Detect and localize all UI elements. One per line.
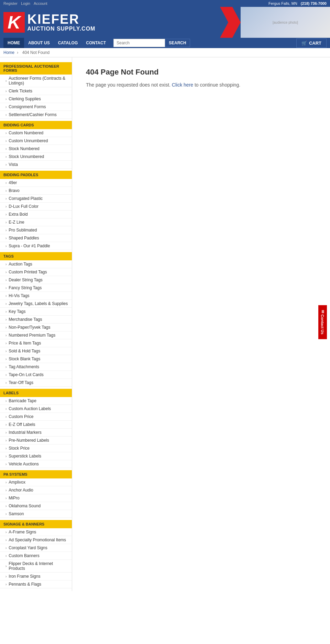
sidebar-item-3-13[interactable]: ›Tag Attachments: [0, 363, 72, 371]
chevron-icon: ›: [6, 583, 7, 586]
sidebar-item-6-1[interactable]: ›Ad Specialty Promotional Items: [0, 536, 72, 544]
sidebar-item-3-15[interactable]: ›Tear-Off Tags: [0, 379, 72, 387]
sidebar-item-label: 49er: [9, 180, 17, 185]
register-link[interactable]: Register: [3, 1, 18, 5]
sidebar-item-3-11[interactable]: ›Sold & Hold Tags: [0, 347, 72, 355]
sidebar-item-2-4[interactable]: ›Extra Bold: [0, 211, 72, 218]
login-link[interactable]: Login: [21, 1, 30, 5]
sidebar-item-1-2[interactable]: ›Stock Numbered: [0, 145, 72, 153]
chevron-icon: ›: [6, 341, 7, 345]
sidebar-item-3-14[interactable]: ›Tape-On Lot Cards: [0, 371, 72, 379]
sidebar-item-3-10[interactable]: ›Price & Item Tags: [0, 339, 72, 347]
sidebar-item-6-2[interactable]: ›Coroplast Yard Signs: [0, 544, 72, 552]
error-title: 404 Page Not Found: [86, 68, 316, 77]
logo-sub: AUCTION SUPPLY.COM: [28, 26, 96, 32]
nav-home[interactable]: HOME: [3, 38, 24, 48]
logo-area[interactable]: K KIEFER AUCTION SUPPLY.COM: [3, 12, 95, 33]
chevron-icon: ›: [6, 481, 7, 484]
chevron-icon: ›: [6, 163, 7, 167]
sidebar-item-2-7[interactable]: ›Shaped Paddles: [0, 234, 72, 242]
sidebar-item-5-4[interactable]: ›Samson: [0, 510, 72, 518]
nav-contact[interactable]: CONTACT: [82, 38, 110, 48]
chevron-icon: ›: [6, 302, 7, 306]
sidebar-item-4-0[interactable]: ›Barricade Tape: [0, 397, 72, 405]
sidebar-item-2-3[interactable]: ›D-Lux Full Color: [0, 203, 72, 211]
sidebar-item-3-7[interactable]: ›Merchandise Tags: [0, 316, 72, 324]
sidebar-item-3-3[interactable]: ›Fancy String Tags: [0, 284, 72, 292]
sidebar-item-4-4[interactable]: ›Industrial Markers: [0, 429, 72, 437]
sidebar-item-6-5[interactable]: ›Iron Frame Signs: [0, 573, 72, 580]
search-button[interactable]: SEARCH: [165, 39, 190, 47]
sidebar-item-3-6[interactable]: ›Key Tags: [0, 308, 72, 316]
sidebar-item-0-0[interactable]: ›Auctioneer Forms (Contracts & Listings): [0, 75, 72, 87]
sidebar-item-6-6[interactable]: ›Pennants & Flags: [0, 580, 72, 588]
sidebar-item-2-2[interactable]: ›Corrugated Plastic: [0, 195, 72, 203]
sidebar-item-2-1[interactable]: ›Bravo: [0, 187, 72, 195]
search-input[interactable]: [113, 39, 165, 47]
sidebar-item-4-7[interactable]: ›Superstick Labels: [0, 452, 72, 460]
chevron-icon: ›: [6, 213, 7, 216]
chevron-icon: ›: [6, 488, 7, 492]
sidebar-item-label: Custom Numbered: [9, 131, 43, 135]
sidebar-item-4-3[interactable]: ›E-Z Off Labels: [0, 421, 72, 429]
sidebar-item-5-3[interactable]: ›Oklahoma Sound: [0, 502, 72, 510]
sidebar-item-3-8[interactable]: ›Non-Paper/Tyvek Tags: [0, 324, 72, 331]
sidebar-item-3-9[interactable]: ›Numbered Premium Tags: [0, 331, 72, 339]
cart-button[interactable]: 🛒 CART: [296, 38, 327, 48]
sidebar-item-4-2[interactable]: ›Custom Price: [0, 413, 72, 421]
sidebar-item-0-4[interactable]: ›Settlement/Cashier Forms: [0, 111, 72, 119]
sidebar-item-label: Price & Item Tags: [9, 341, 41, 346]
sidebar-item-6-0[interactable]: ›A-Frame Signs: [0, 528, 72, 536]
sidebar-item-label: Custom Banners: [9, 553, 39, 558]
sidebar-item-6-4[interactable]: ›Flipper Decks & Internet Products: [0, 560, 72, 573]
sidebar-item-3-4[interactable]: ›Hi-Vis Tags: [0, 292, 72, 300]
breadcrumb-current: 404 Not Found: [22, 50, 50, 55]
sidebar-item-label: Custom Auction Labels: [9, 406, 51, 411]
sidebar-item-0-2[interactable]: ›Clerking Supplies: [0, 95, 72, 103]
sidebar-item-6-3[interactable]: ›Custom Banners: [0, 552, 72, 560]
sidebar-item-1-3[interactable]: ›Stock Unnumbered: [0, 153, 72, 161]
sidebar-item-5-1[interactable]: ›Anchor Audio: [0, 486, 72, 494]
sidebar-item-2-6[interactable]: ›Pro Sublimated: [0, 226, 72, 234]
sidebar-item-0-1[interactable]: ›Clerk Tickets: [0, 87, 72, 95]
chevron-icon: ›: [6, 310, 7, 314]
sidebar-category-1: BIDDING CARDS: [0, 121, 72, 129]
sidebar-category-2: BIDDING PADDLES: [0, 171, 72, 179]
contact-us-tab[interactable]: ✉ Contact Us: [318, 305, 327, 339]
sidebar-item-2-5[interactable]: ›E-Z Line: [0, 218, 72, 226]
chevron-icon: ›: [6, 326, 7, 329]
sidebar-item-3-1[interactable]: ›Custom Printed Tags: [0, 268, 72, 276]
chevron-icon: ›: [6, 439, 7, 442]
sidebar-item-label: Industrial Markers: [9, 430, 41, 435]
sidebar-item-1-4[interactable]: ›Vista: [0, 161, 72, 169]
sidebar-item-5-0[interactable]: ›Amplivox: [0, 478, 72, 486]
sidebar-item-4-5[interactable]: ›Pre-Numbered Labels: [0, 437, 72, 444]
chevron-icon: ›: [6, 79, 7, 83]
sidebar-item-4-1[interactable]: ›Custom Auction Labels: [0, 405, 72, 413]
sidebar-item-label: Ad Specialty Promotional Items: [9, 538, 66, 542]
chevron-icon: ›: [6, 318, 7, 321]
sidebar-item-1-1[interactable]: ›Custom Unnumbered: [0, 137, 72, 145]
chevron-icon: ›: [6, 554, 7, 558]
sidebar-item-1-0[interactable]: ›Custom Numbered: [0, 129, 72, 137]
sidebar-item-3-2[interactable]: ›Dealer String Tags: [0, 276, 72, 284]
sidebar-item-2-8[interactable]: ›Supra - Our #1 Paddle: [0, 242, 72, 250]
chevron-icon: ›: [6, 407, 7, 411]
account-link[interactable]: Account: [34, 1, 47, 5]
sidebar-item-5-2[interactable]: ›MiPro: [0, 494, 72, 502]
nav-catalog[interactable]: CATALOG: [54, 38, 82, 48]
sidebar-item-4-8[interactable]: ›Vehicle Auctions: [0, 460, 72, 468]
chevron-icon: ›: [6, 228, 7, 232]
continue-shopping-link[interactable]: Click here: [172, 82, 193, 88]
sidebar-item-label: Settlement/Cashier Forms: [9, 112, 56, 117]
sidebar-item-2-0[interactable]: ›49er: [0, 179, 72, 187]
sidebar-item-3-12[interactable]: ›Stock Blank Tags: [0, 355, 72, 363]
sidebar-item-3-0[interactable]: ›Auction Tags: [0, 260, 72, 268]
sidebar-item-label: Bravo: [9, 188, 19, 193]
nav-about[interactable]: ABOUT US: [24, 38, 54, 48]
sidebar-item-4-6[interactable]: ›Stock Price: [0, 444, 72, 452]
sidebar-item-3-5[interactable]: ›Jewelry Tags, Labels & Supplies: [0, 300, 72, 308]
breadcrumb-home[interactable]: Home: [3, 50, 14, 55]
sidebar-item-0-3[interactable]: ›Consignment Forms: [0, 103, 72, 111]
chevron-icon: ›: [6, 546, 7, 550]
